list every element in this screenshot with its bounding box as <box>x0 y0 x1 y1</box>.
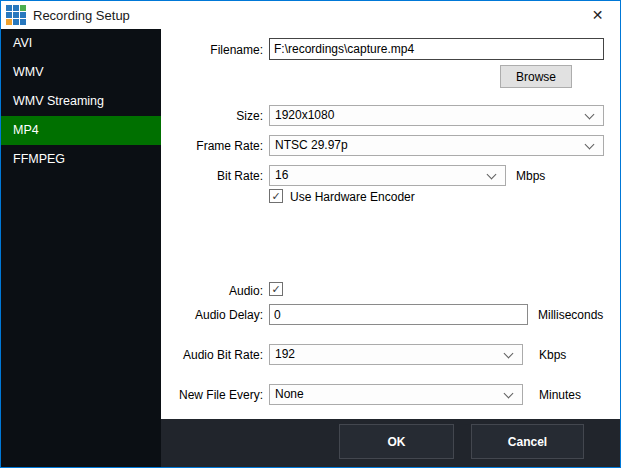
new-file-every-unit: Minutes <box>539 387 581 403</box>
ok-button[interactable]: OK <box>339 424 454 459</box>
bit-rate-label: Bit Rate: <box>161 168 263 184</box>
filename-input[interactable] <box>269 38 604 60</box>
chevron-down-icon <box>585 110 595 120</box>
hardware-encoder-checkbox[interactable]: ✓ <box>269 189 283 203</box>
footer-bar: OK Cancel <box>161 419 620 467</box>
frame-rate-value: NTSC 29.97p <box>275 138 348 152</box>
audio-delay-input[interactable] <box>269 304 528 325</box>
bit-rate-select[interactable]: 16 <box>269 165 506 186</box>
chevron-down-icon <box>504 349 514 359</box>
chevron-down-icon <box>487 170 497 180</box>
frame-rate-select[interactable]: NTSC 29.97p <box>269 135 604 156</box>
sidebar-item-mp4[interactable]: MP4 <box>1 116 161 145</box>
close-icon: ✕ <box>592 7 604 23</box>
size-select[interactable]: 1920x1080 <box>269 105 604 126</box>
recording-setup-dialog: Recording Setup ✕ AVI WMV WMV Streaming … <box>0 0 621 468</box>
settings-form: Filename: Browse Size: 1920x1080 Frame R… <box>161 29 620 419</box>
close-button[interactable]: ✕ <box>575 1 620 29</box>
browse-button[interactable]: Browse <box>500 65 572 88</box>
new-file-every-select[interactable]: None <box>269 384 523 405</box>
sidebar-item-wmv-streaming[interactable]: WMV Streaming <box>1 87 161 116</box>
hardware-encoder-label: Use Hardware Encoder <box>290 189 415 205</box>
audio-delay-unit: Milliseconds <box>538 307 603 323</box>
chevron-down-icon <box>504 389 514 399</box>
sidebar-item-avi[interactable]: AVI <box>1 29 161 58</box>
sidebar: AVI WMV WMV Streaming MP4 FFMPEG <box>1 29 161 467</box>
audio-bit-rate-label: Audio Bit Rate: <box>161 347 263 363</box>
frame-rate-label: Frame Rate: <box>161 138 263 154</box>
audio-bit-rate-select[interactable]: 192 <box>269 344 523 365</box>
titlebar: Recording Setup ✕ <box>1 1 620 29</box>
size-label: Size: <box>161 108 263 124</box>
bit-rate-unit: Mbps <box>516 168 545 184</box>
new-file-every-value: None <box>275 387 304 401</box>
audio-delay-label: Audio Delay: <box>161 307 263 323</box>
sidebar-item-ffmpeg[interactable]: FFMPEG <box>1 145 161 174</box>
new-file-every-label: New File Every: <box>161 387 263 403</box>
audio-checkbox[interactable]: ✓ <box>269 282 283 296</box>
sidebar-item-wmv[interactable]: WMV <box>1 58 161 87</box>
audio-bit-rate-value: 192 <box>275 347 295 361</box>
cancel-button[interactable]: Cancel <box>471 424 584 459</box>
window-title: Recording Setup <box>33 8 130 23</box>
bit-rate-value: 16 <box>275 168 288 182</box>
audio-bit-rate-unit: Kbps <box>539 347 566 363</box>
filename-label: Filename: <box>161 42 263 58</box>
vmix-logo-icon <box>6 5 26 25</box>
chevron-down-icon <box>585 140 595 150</box>
audio-label: Audio: <box>161 283 263 299</box>
size-value: 1920x1080 <box>275 108 334 122</box>
